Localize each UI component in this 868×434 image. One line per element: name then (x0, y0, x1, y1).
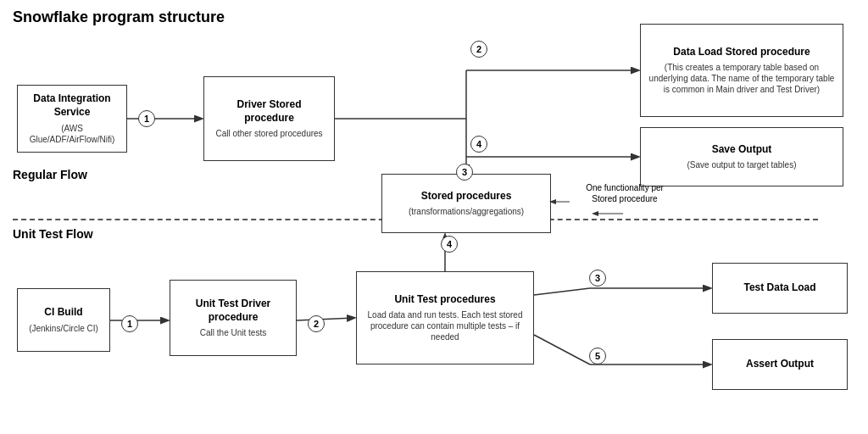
regular-flow-label: Regular Flow (13, 168, 87, 181)
assert-output-title: Assert Output (746, 358, 814, 371)
stored-procedures-sub: (transformations/aggregations) (409, 206, 524, 217)
ci-build-sub: (Jenkins/Circle CI) (29, 323, 98, 334)
save-output-title: Save Output (712, 143, 772, 157)
data-load-stored-box: Data Load Stored procedure (This creates… (640, 24, 843, 117)
circle-1-regular: 1 (138, 110, 155, 127)
circle-2-regular: 2 (470, 41, 487, 58)
circle-3-regular: 3 (456, 164, 473, 181)
unit-test-driver-title: Unit Test Driver procedure (177, 298, 289, 324)
save-output-box: Save Output (Save output to target table… (640, 127, 843, 186)
circle-3-unit: 3 (589, 270, 606, 287)
data-load-stored-title: Data Load Stored procedure (673, 46, 810, 59)
unit-test-procedures-box: Unit Test procedures Load data and run t… (356, 271, 534, 364)
circle-4-regular: 4 (470, 136, 487, 153)
circle-1-unit: 1 (121, 315, 138, 332)
ci-build-box: CI Build (Jenkins/Circle CI) (17, 288, 110, 352)
unit-test-procedures-title: Unit Test procedures (394, 293, 495, 307)
svg-line-13 (534, 335, 590, 364)
svg-line-11 (534, 288, 590, 295)
stored-procedures-title: Stored procedures (421, 190, 512, 203)
circle-5-unit: 5 (589, 348, 606, 364)
driver-stored-box: Driver Stored procedure Call other store… (203, 76, 335, 161)
ci-build-title: CI Build (44, 306, 82, 320)
test-data-load-box: Test Data Load (712, 263, 848, 314)
test-data-load-title: Test Data Load (743, 281, 815, 295)
stored-procedures-box: Stored procedures (transformations/aggre… (381, 174, 551, 233)
data-integration-title: Data Integration Service (25, 92, 120, 119)
diagram-container: Snowflake program structure Regular Flow… (0, 0, 868, 434)
circle-2-unit: 2 (308, 315, 325, 332)
driver-stored-sub: Call other stored procedures (215, 128, 322, 139)
data-load-stored-sub: (This creates a temporary table based on… (648, 62, 836, 95)
svg-line-9 (297, 318, 354, 320)
data-integration-box: Data Integration Service (AWS Glue/ADF/A… (17, 85, 127, 153)
data-integration-sub: (AWS Glue/ADF/AirFlow/Nifi) (25, 123, 120, 145)
unit-test-driver-box: Unit Test Driver procedure Call the Unit… (170, 280, 297, 356)
assert-output-box: Assert Output (712, 339, 848, 390)
circle-4-unit: 4 (441, 236, 458, 253)
driver-stored-title: Driver Stored procedure (211, 98, 327, 125)
unit-test-driver-sub: Call the Unit tests (200, 327, 266, 338)
one-functionality-annotation: One functionality perStored procedure (570, 182, 680, 204)
unit-test-procedures-sub: Load data and run tests. Each test store… (364, 309, 526, 342)
save-output-sub: (Save output to target tables) (687, 159, 797, 170)
unit-test-flow-label: Unit Test Flow (13, 227, 93, 241)
